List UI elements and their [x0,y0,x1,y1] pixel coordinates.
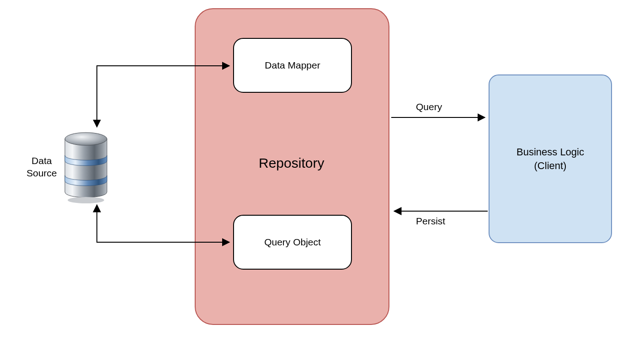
database-icon [59,127,113,205]
data-source-label: Data Source [27,154,57,180]
data-mapper-box: Data Mapper [233,38,352,93]
svg-point-0 [65,133,107,145]
client-label-line2: (Client) [534,160,567,171]
client-label: Business Logic (Client) [516,145,584,172]
business-logic-client-box: Business Logic (Client) [489,74,612,243]
edge-label-persist: Persist [416,216,445,227]
repository-title: Repository [259,155,324,171]
diagram-stage: Repository Data Mapper Query Object Busi… [0,0,644,340]
edge-label-query: Query [416,101,442,112]
svg-point-1 [68,197,104,203]
data-source-label-text: Data Source [27,155,57,178]
query-object-box: Query Object [233,215,352,270]
query-object-label: Query Object [264,237,321,248]
data-mapper-label: Data Mapper [265,60,320,71]
client-label-line1: Business Logic [516,146,584,158]
